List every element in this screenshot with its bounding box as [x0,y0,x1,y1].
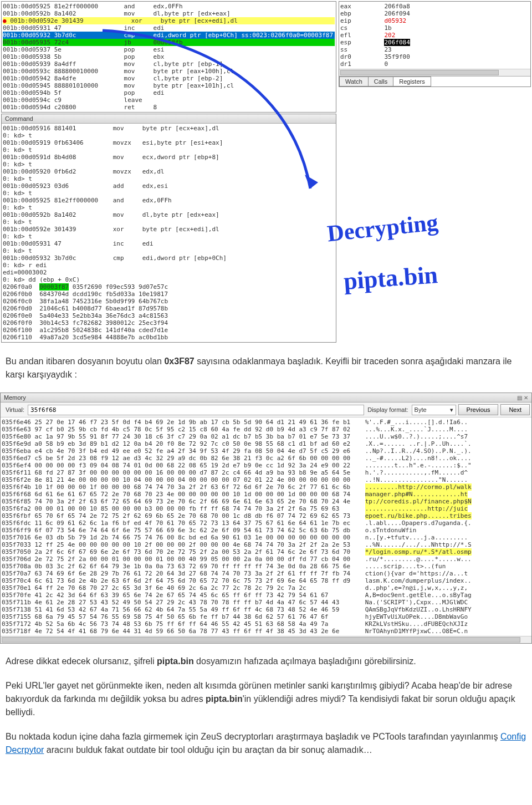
annotation-arrow [0,0,344,344]
text: Bu andan itibaren dosyanın boyutu olan [6,356,164,366]
paragraph-1: Bu andan itibaren dosyanın boyutu olan 0… [6,355,526,381]
hex-row[interactable]: 035f6ff9 6f 07 73 54 6e 74 64 6f 6e 75 5… [2,527,530,534]
register-row: esp 206f084 [340,39,529,46]
virtual-label: Virtual: [2,406,28,413]
paragraph-4: Bu noktada kodun içine daha fazla girmem… [6,730,526,757]
text-bold: 0x3F87 [164,356,194,366]
text: Bu noktada kodun içine daha fazla girmem… [6,732,500,741]
register-row: ebp 206f094 [340,10,529,17]
paragraph-2: Adrese dikkat edecek olursanız, şifreli … [6,655,526,668]
register-row: eax 206f0a8 [340,3,529,10]
hex-row[interactable]: 035f6ef4 00 00 00 00 f3 09 04 08 74 01 0… [2,462,530,469]
registers-scroll[interactable] [339,69,530,76]
next-button[interactable]: Next [500,404,530,415]
hex-row[interactable]: 035f7172 4b 52 5a 6b 4c 56 73 74 48 53 6… [2,620,530,628]
hex-row[interactable]: 035f7138 51 41 6d 53 42 67 4a 71 56 66 6… [2,606,530,613]
previous-button[interactable]: Previous [458,404,499,415]
registers-pane: eax 206f0a8ebp 206f094eip d05932cs 1befl… [339,1,531,87]
tab-registers[interactable]: Registers [393,77,431,86]
hex-row[interactable]: 035f711b 4e 61 2e 28 27 53 43 52 49 50 5… [2,599,530,606]
handwriting-2: pipta.bin [343,263,439,294]
hex-row[interactable]: 035f6f4b 10 1f 00 00 00 1f 00 00 00 68 7… [2,483,530,491]
memory-title: Memory [4,394,26,401]
memory-icons: ▤ ✕ [517,395,528,401]
text-bold: pipta.bin [206,694,243,704]
register-row: eip d05932 [340,17,529,24]
hex-row[interactable]: 035f6e9d a0 58 b9 eb 3d 89 b1 d2 12 0a b… [2,440,530,447]
hex-row[interactable]: 035f6e80 ac 1a 97 9b 55 91 8f 77 24 30 1… [2,433,530,440]
hex-row[interactable]: 035f6ed7 c5 be 5f 2d 23 08 f9 12 ae d3 4… [2,455,530,462]
hex-row[interactable]: 035f6f11 68 fd 27 87 3f 00 00 00 00 00 0… [2,469,530,476]
tab-calls[interactable]: Calls [368,77,393,86]
register-row: efl 202 [340,32,529,39]
hex-row[interactable]: 035f7155 68 6a 79 45 57 54 76 55 69 58 7… [2,613,530,620]
hex-row[interactable]: 035f6fbf 65 70 6f 65 74 2e 72 75 2f 62 6… [2,512,530,519]
display-format-select[interactable]: Byte▾ [412,405,456,415]
text: dosyamızın hafızada açılmaya başladığını… [194,656,416,666]
hex-row[interactable]: 035f6f2e 8e 81 21 4e 00 00 00 00 10 04 0… [2,476,530,483]
hex-row[interactable]: 035f70a7 63 74 69 6f 6e 28 29 7b 76 61 7… [2,570,530,577]
hex-row[interactable]: 035f6fa2 00 00 01 00 00 10 85 00 00 00 b… [2,505,530,512]
chevron-down-icon: ▾ [450,406,453,414]
register-row: dr1 0 [340,60,529,68]
hex-row[interactable]: 035f7016 6e 03 db 5b 79 1d 2b 74 66 75 7… [2,534,530,541]
memory-pane: Memory ▤ ✕ Virtual: Display format: Byte… [0,393,532,644]
hex-row[interactable]: 035f70e1 64 ff 2e 70 68 70 27 2c 65 3d 3… [2,584,530,592]
paragraph-3: Peki URL'ler gayet net görünmekte iken, … [6,679,526,719]
hex-row[interactable]: 035f70c4 6c 61 73 6d 2e 4b 2e 63 6f 6d 2… [2,577,530,584]
virtual-input[interactable] [28,405,364,415]
hex-row[interactable]: 035f708a 0b 03 3c 2f 62 6f 64 79 3e 1b 0… [2,563,530,570]
hex-row[interactable]: 035f6f85 74 70 3a 2f 2f 63 6f 72 65 64 6… [2,498,530,505]
hex-row[interactable]: 035f6fdc 11 6c 09 61 62 6c 1a f6 bf ed 4… [2,519,530,527]
text: Adrese dikkat edecek olursanız, şifreli [6,656,157,666]
register-row: cs 1b [340,24,529,32]
hex-row[interactable]: 035f6eba e4 cb 4e 70 3f b4 ed 49 ee e0 5… [2,447,530,455]
register-row: ss 23 [340,46,529,53]
hex-row[interactable]: 035f6e63 97 cf b0 25 9b cb fd 4b c5 78 0… [2,426,530,433]
hex-row[interactable]: 035f718f 4e 72 54 4f 41 68 79 6e 44 31 4… [2,628,530,635]
hex-row[interactable]: 035f70fe 41 2c 42 3d 64 6f 63 39 65 6e 7… [2,592,530,599]
hex-row[interactable]: 035f7033 12 ff 25 4e 00 00 00 00 00 10 2… [2,541,530,548]
hex-row[interactable]: 035f706d 2e 72 75 2f 2a 00 00 01 00 00 0… [2,556,530,563]
display-format-label: Display format: [364,406,411,413]
hex-row[interactable]: 035f6f68 6d 61 6e 61 67 65 72 2e 70 68 7… [2,491,530,498]
text: aracını bulduk fakat outdate bir tool ol… [44,745,372,755]
register-row: dr0 35f9f00 [340,53,529,60]
memory-scroll[interactable] [1,636,531,643]
text-bold: pipta.bin [157,656,194,666]
hex-row[interactable]: 035f6e46 25 27 0e 17 46 f7 23 5f 0d f4 b… [2,419,530,426]
hex-row[interactable]: 035f7050 2a 2f 6c 6f 67 69 6e 2e 6f 73 6… [2,548,530,556]
